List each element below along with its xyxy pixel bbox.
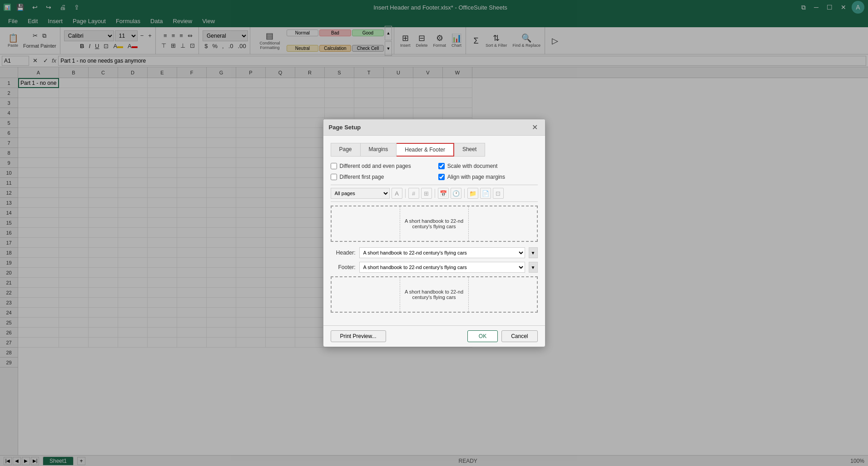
header-preview-box: A short handbook to 22-nd century's flyi…: [331, 206, 538, 242]
header-select[interactable]: A short handbook to 22-nd century's flyi…: [359, 247, 525, 258]
checkbox-row-2: Different first page Align with page mar…: [331, 174, 538, 180]
footer-left-section: [332, 277, 400, 312]
preview-toolbar: All pages A # ⊞ 📅 🕐 📁 📄 ⊡: [331, 185, 538, 202]
insert-filename-button[interactable]: 📄: [480, 188, 491, 199]
modal-title-bar: Page Setup ✕: [323, 119, 545, 136]
toolbar-sep-2: [435, 189, 435, 198]
modal-body: Page Margins Header & Footer Sheet Diffe…: [323, 136, 545, 325]
page-setup-modal: Page Setup ✕ Page Margins Header & Foote…: [323, 119, 546, 347]
modal-close-button[interactable]: ✕: [530, 123, 540, 132]
tab-sheet[interactable]: Sheet: [454, 143, 485, 157]
diff-odd-even-checkbox[interactable]: [331, 163, 337, 169]
diff-odd-even-label[interactable]: Different odd and even pages: [331, 163, 430, 169]
modal-overlay[interactable]: Page Setup ✕ Page Margins Header & Foote…: [0, 0, 868, 455]
tab-header-footer[interactable]: Header & Footer: [397, 143, 454, 157]
insert-date-button[interactable]: 📅: [438, 188, 449, 199]
diff-first-page-checkbox[interactable]: [331, 174, 337, 180]
text-format-button[interactable]: A: [392, 188, 402, 199]
print-preview-button[interactable]: Print Preview...: [331, 330, 386, 342]
insert-file-path-button[interactable]: 📁: [467, 188, 478, 199]
header-dropdown-arrow[interactable]: ▼: [529, 247, 538, 258]
pages-dropdown[interactable]: All pages: [331, 188, 390, 199]
modal-action-buttons: OK Cancel: [467, 330, 538, 342]
footer-select[interactable]: A short handbook to 22-nd century's flyi…: [359, 262, 525, 273]
header-right-section: [469, 206, 537, 241]
header-left-section: [332, 206, 400, 241]
modal-title: Page Setup: [329, 124, 361, 131]
toolbar-sep-1: [405, 189, 406, 198]
tab-bar: Page Margins Header & Footer Sheet: [331, 143, 538, 157]
insert-page-num-button[interactable]: #: [408, 188, 419, 199]
scale-doc-checkbox[interactable]: [438, 163, 445, 169]
scale-doc-label[interactable]: Scale with document: [438, 163, 538, 169]
footer-dropdown-row: Footer: A short handbook to 22-nd centur…: [331, 262, 538, 273]
tab-page[interactable]: Page: [331, 143, 361, 157]
insert-time-button[interactable]: 🕐: [451, 188, 461, 199]
diff-first-page-label[interactable]: Different first page: [331, 174, 430, 180]
insert-sheet-button[interactable]: ⊡: [493, 188, 504, 199]
ok-button[interactable]: OK: [467, 330, 498, 342]
footer-label: Footer:: [331, 264, 356, 270]
align-margins-checkbox[interactable]: [438, 174, 445, 180]
toolbar-sep-3: [464, 189, 465, 198]
align-margins-label[interactable]: Align with page margins: [438, 174, 538, 180]
tab-margins[interactable]: Margins: [361, 143, 397, 157]
header-dropdown-row: Header: A short handbook to 22-nd centur…: [331, 247, 538, 258]
header-label: Header:: [331, 250, 356, 256]
footer-center-section: A short handbook to 22-nd century's flyi…: [400, 277, 469, 312]
cancel-button[interactable]: Cancel: [501, 330, 537, 342]
footer-preview-box: A short handbook to 22-nd century's flyi…: [331, 276, 538, 313]
footer-right-section: [469, 277, 537, 312]
checkbox-row-1: Different odd and even pages Scale with …: [331, 163, 538, 169]
footer-dropdown-arrow[interactable]: ▼: [529, 262, 538, 273]
header-center-section: A short handbook to 22-nd century's flyi…: [400, 206, 469, 241]
insert-pages-button[interactable]: ⊞: [421, 188, 432, 199]
modal-footer: Print Preview... OK Cancel: [323, 325, 545, 347]
